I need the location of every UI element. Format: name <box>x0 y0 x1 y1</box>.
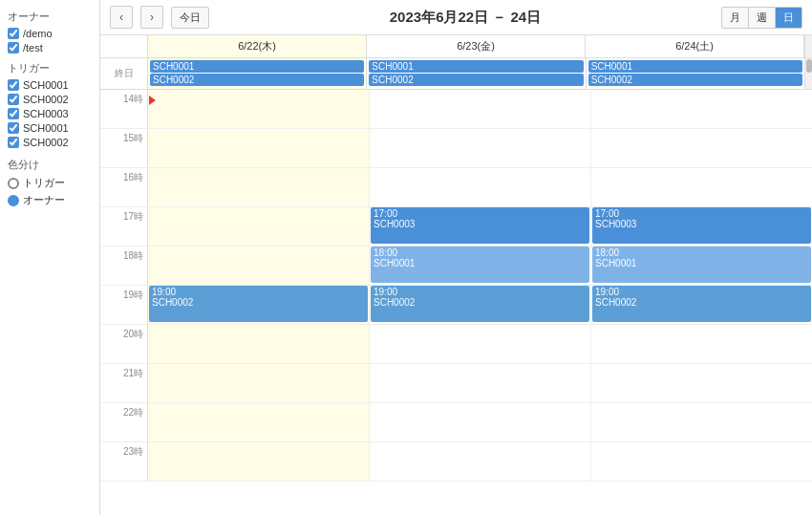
time-cell-22-day2[interactable] <box>591 403 812 441</box>
time-label-21: 21時 <box>100 364 148 402</box>
color-section-label: 色分け <box>8 158 92 172</box>
test-checkbox[interactable] <box>8 42 19 54</box>
time-cell-16-day1[interactable] <box>370 168 591 206</box>
sch0001b-checkbox[interactable] <box>8 122 19 134</box>
time-cell-16-day2[interactable] <box>591 168 812 206</box>
time-cell-15-day0[interactable] <box>148 129 370 167</box>
sch0002b-label: SCH0002 <box>23 137 69 148</box>
time-cell-23-day1[interactable] <box>370 442 591 481</box>
time-cell-15-day1[interactable] <box>370 129 591 167</box>
time-row-22: 22時 <box>100 403 812 442</box>
allday-event-fri-2[interactable]: SCH0002 <box>369 74 583 86</box>
time-cell-23-day0[interactable] <box>148 442 370 481</box>
time-cell-22-day0[interactable] <box>148 403 370 441</box>
trigger-section-label: トリガー <box>8 61 92 75</box>
time-cell-18-day0[interactable] <box>148 247 370 285</box>
time-cell-14-day2[interactable] <box>591 90 812 128</box>
event-day0-19[interactable]: 19:00SCH0002 <box>149 286 368 322</box>
time-cell-23-day2[interactable] <box>591 442 812 481</box>
time-cell-21-day1[interactable] <box>370 364 591 402</box>
time-cell-20-day1[interactable] <box>370 325 591 363</box>
time-cell-22-day1[interactable] <box>370 403 591 441</box>
allday-cell-thu[interactable]: SCH0001 SCH0002 <box>148 58 367 89</box>
time-cell-19-day0[interactable]: 19:00SCH0002 <box>148 286 370 324</box>
time-cell-19-day2[interactable]: 19:00SCH0002 <box>591 286 812 324</box>
time-label-17: 17時 <box>100 207 148 246</box>
allday-scroll-thumb <box>806 59 812 73</box>
time-cell-18-day1[interactable]: 18:00SCH0001 <box>370 247 591 285</box>
sidebar-item-test[interactable]: /test <box>8 42 92 54</box>
sidebar-item-sch0002a[interactable]: SCH0002 <box>8 94 92 105</box>
header-title: 2023年6月22日 － 24日 <box>217 9 714 27</box>
day-header-row: 6/22(木) 6/23(金) 6/24(土) <box>100 35 812 58</box>
allday-cell-sat[interactable]: SCH0001 SCH0002 <box>587 58 804 89</box>
allday-scrollbar <box>804 58 812 89</box>
sch0002a-checkbox[interactable] <box>8 94 19 105</box>
time-cell-21-day2[interactable] <box>591 364 812 402</box>
event-day1-19[interactable]: 19:00SCH0002 <box>371 286 589 322</box>
time-label-20: 20時 <box>100 325 148 363</box>
sidebar-item-demo[interactable]: /demo <box>8 28 92 39</box>
allday-event-sat-1[interactable]: SCH0001 <box>588 60 802 73</box>
time-label-16: 16時 <box>100 168 148 206</box>
today-button[interactable]: 今日 <box>171 7 209 29</box>
event-day1-17[interactable]: 17:00SCH0003 <box>371 207 589 244</box>
event-day1-18[interactable]: 18:00SCH0001 <box>371 247 589 283</box>
time-label-15: 15時 <box>100 129 148 167</box>
time-cell-20-day0[interactable] <box>148 325 370 363</box>
time-cell-18-day2[interactable]: 18:00SCH0001 <box>591 247 812 285</box>
sidebar-item-sch0002b[interactable]: SCH0002 <box>8 137 92 148</box>
event-day2-19[interactable]: 19:00SCH0002 <box>592 286 811 322</box>
calendar-header: ‹ › 今日 2023年6月22日 － 24日 月 週 日 <box>100 0 812 35</box>
header-scrollbar-spacer <box>804 35 812 57</box>
time-cell-14-day1[interactable] <box>370 90 591 128</box>
month-view-button[interactable]: 月 <box>722 8 748 28</box>
time-row-18: 18時18:00SCH000118:00SCH0001 <box>100 247 812 286</box>
sidebar-item-sch0003a[interactable]: SCH0003 <box>8 108 92 119</box>
allday-cell-fri[interactable]: SCH0001 SCH0002 <box>367 58 586 89</box>
sch0003a-checkbox[interactable] <box>8 108 19 119</box>
time-scroll-area[interactable]: 14時15時16時17時17:00SCH000317:00SCH000318時1… <box>100 90 812 515</box>
time-grid: 14時15時16時17時17:00SCH000317:00SCH000318時1… <box>100 90 812 482</box>
sch0002b-checkbox[interactable] <box>8 137 19 148</box>
day-view-button[interactable]: 日 <box>775 8 801 28</box>
demo-checkbox[interactable] <box>8 28 19 39</box>
time-cell-19-day1[interactable]: 19:00SCH0002 <box>370 286 591 324</box>
time-cell-21-day0[interactable] <box>148 364 370 402</box>
owner-radio[interactable] <box>8 195 19 206</box>
time-cell-14-day0[interactable] <box>148 90 370 128</box>
time-cell-15-day2[interactable] <box>591 129 812 167</box>
allday-label: 終日 <box>100 58 148 89</box>
allday-event-thu-2[interactable]: SCH0002 <box>150 74 364 86</box>
time-cell-17-day1[interactable]: 17:00SCH0003 <box>370 207 591 246</box>
sch0001a-checkbox[interactable] <box>8 79 19 91</box>
prev-button[interactable]: ‹ <box>110 6 133 29</box>
time-cell-17-day2[interactable]: 17:00SCH0003 <box>591 207 812 246</box>
time-cell-17-day0[interactable] <box>148 207 370 246</box>
sidebar-item-sch0001b[interactable]: SCH0001 <box>8 122 92 134</box>
allday-event-fri-1[interactable]: SCH0001 <box>369 60 583 73</box>
time-label-22: 22時 <box>100 403 148 441</box>
sidebar-color-owner[interactable]: オーナー <box>8 193 92 207</box>
time-col-header <box>100 35 148 57</box>
time-label-18: 18時 <box>100 247 148 285</box>
time-row-16: 16時 <box>100 168 812 207</box>
time-row-14: 14時 <box>100 90 812 129</box>
time-label-14: 14時 <box>100 90 148 128</box>
time-row-20: 20時 <box>100 325 812 364</box>
sidebar-item-sch0001a[interactable]: SCH0001 <box>8 79 92 91</box>
allday-event-sat-2[interactable]: SCH0002 <box>588 74 802 86</box>
time-cell-20-day2[interactable] <box>591 325 812 363</box>
time-cell-16-day0[interactable] <box>148 168 370 206</box>
sch0002a-label: SCH0002 <box>23 94 69 105</box>
event-day2-18[interactable]: 18:00SCH0001 <box>592 247 811 283</box>
sidebar-color-trigger[interactable]: トリガー <box>8 176 92 190</box>
day-header-thu: 6/22(木) <box>148 35 367 57</box>
current-time-arrow <box>149 96 156 105</box>
test-label: /test <box>23 42 43 54</box>
next-button[interactable]: › <box>140 6 163 29</box>
trigger-radio[interactable] <box>8 178 19 189</box>
week-view-button[interactable]: 週 <box>748 8 775 28</box>
allday-event-thu-1[interactable]: SCH0001 <box>150 60 364 73</box>
event-day2-17[interactable]: 17:00SCH0003 <box>592 207 811 244</box>
